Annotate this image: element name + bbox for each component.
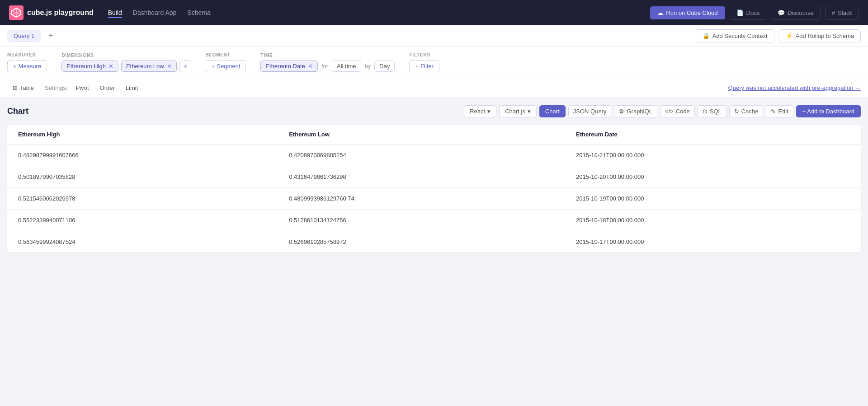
plus-icon: + xyxy=(212,63,215,70)
col-header-ethereum-high: Ethereum High xyxy=(7,125,278,145)
table-cell: 0.4809993986129760 74 xyxy=(278,188,565,210)
sql-button[interactable]: ⊙ SQL xyxy=(698,105,726,117)
settings-bar: ⊞ Table Settings: Pivot Order Limit Quer… xyxy=(0,78,868,98)
logo: cube.js playground xyxy=(9,5,94,20)
table-cell: 2015-10-19T00:00:00.000 xyxy=(565,188,861,210)
add-rollup-to-schema-button[interactable]: ⚡ Add Rollup to Schema xyxy=(779,29,861,42)
table-cell: 2015-10-21T00:00:00.000 xyxy=(565,145,861,166)
chartjs-label: Chart.js xyxy=(505,108,525,115)
dimensions-label: DIMENSIONS xyxy=(61,53,191,58)
tabs-left: Query 1 + xyxy=(7,30,57,42)
table-cell: 2015-10-20T00:00:00.000 xyxy=(565,166,861,188)
time-by-label: by xyxy=(365,63,371,70)
dimension-tag-ethereum-high[interactable]: Ethereum High ✕ xyxy=(61,61,118,72)
chartjs-button[interactable]: Chart.js ▾ xyxy=(499,105,537,117)
time-for-label: for xyxy=(321,63,328,70)
add-segment-button[interactable]: + Segment xyxy=(206,60,246,72)
tab-add-button[interactable]: + xyxy=(44,30,57,42)
bolt-icon: ⚡ xyxy=(786,33,793,39)
table-icon: ⊞ xyxy=(13,84,18,91)
navbar-actions: ☁ Run on Cube Cloud 📄 Docs 💬 Discourse #… xyxy=(650,6,859,20)
filters-label: FILTERS xyxy=(409,52,439,57)
data-table-container: Ethereum High Ethereum Low Ethereum Date… xyxy=(7,125,861,252)
table-cell: 0.5269610285758972 xyxy=(278,231,565,253)
table-cell: 0.5634599924087524 xyxy=(7,231,278,253)
gear-icon: ⚙ xyxy=(619,108,624,115)
table-cell: 0.4208970069885254 xyxy=(278,145,565,166)
time-label: TIME xyxy=(260,53,395,58)
dimensions-section: DIMENSIONS Ethereum High ✕ Ethereum Low … xyxy=(61,53,191,72)
time-dimension-remove-icon[interactable]: ✕ xyxy=(308,63,313,70)
cubejs-logo-icon xyxy=(9,5,24,20)
table-cell: 0.4316479861736298 xyxy=(278,166,565,188)
json-query-button[interactable]: JSON Query xyxy=(568,105,612,117)
table-view-button[interactable]: ⊞ Table xyxy=(7,82,39,93)
col-header-ethereum-date: Ethereum Date xyxy=(565,125,861,145)
table-row: 0.482987999916076660.4208970069885254201… xyxy=(7,145,861,166)
table-cell: 2015-10-18T00:00:00.000 xyxy=(565,210,861,231)
docs-button[interactable]: 📄 Docs xyxy=(730,6,767,20)
add-dimension-button[interactable]: + xyxy=(179,61,191,72)
dimensions-items: Ethereum High ✕ Ethereum Low ✕ + xyxy=(61,61,191,72)
plus-icon: + xyxy=(13,63,17,70)
settings-label: Settings: xyxy=(45,84,68,91)
dimension-tag-ethereum-low[interactable]: Ethereum Low ✕ xyxy=(121,61,177,72)
tabs-right: 🔒 Add Security Context ⚡ Add Rollup to S… xyxy=(696,29,861,42)
nav-dashboard-app[interactable]: Dashboard App xyxy=(133,7,177,18)
refresh-icon: ↻ xyxy=(734,108,739,115)
table-row: 0.55223399400711060.51286101341247562015… xyxy=(7,210,861,231)
nav-schema[interactable]: Schema xyxy=(187,7,210,18)
run-on-cube-cloud-button[interactable]: ☁ Run on Cube Cloud xyxy=(650,6,725,19)
plus-icon: + xyxy=(415,63,419,70)
slack-button[interactable]: # Slack xyxy=(825,6,859,20)
navbar: cube.js playground Build Dashboard App S… xyxy=(0,0,868,25)
dimension-label: Ethereum Low xyxy=(126,63,164,70)
table-header-row: Ethereum High Ethereum Low Ethereum Date xyxy=(7,125,861,145)
time-section: TIME Ethereum Date ✕ for All time by Day xyxy=(260,53,395,72)
dimension-remove-icon[interactable]: ✕ xyxy=(108,63,113,70)
table-row: 0.56345999240875240.52696102857589722015… xyxy=(7,231,861,253)
navbar-nav: Build Dashboard App Schema xyxy=(108,7,636,18)
code-button[interactable]: </> Code xyxy=(660,105,695,117)
table-cell: 0.5522339940071106 xyxy=(7,210,278,231)
edit-button[interactable]: ✎ Edit xyxy=(766,105,793,117)
table-cell: 0.5215460062026978 xyxy=(7,188,278,210)
pre-aggregation-link[interactable]: Query was not accelerated with pre-aggre… xyxy=(728,84,861,91)
tabs-bar: Query 1 + 🔒 Add Security Context ⚡ Add R… xyxy=(0,25,868,47)
tab-query-1[interactable]: Query 1 xyxy=(7,30,41,42)
discourse-icon: 💬 xyxy=(778,9,785,16)
nav-build[interactable]: Build xyxy=(108,7,122,18)
dimension-remove-icon[interactable]: ✕ xyxy=(167,63,172,70)
data-table: Ethereum High Ethereum Low Ethereum Date… xyxy=(7,125,861,252)
table-body: 0.482987999916076660.4208970069885254201… xyxy=(7,145,861,253)
add-to-dashboard-button[interactable]: + Add to Dashboard xyxy=(796,105,861,117)
add-security-context-button[interactable]: 🔒 Add Security Context xyxy=(696,29,774,42)
chart-area: Chart React ▾ Chart.js ▾ Chart JSON Quer… xyxy=(0,98,868,260)
chevron-down-icon: ▾ xyxy=(528,108,531,115)
add-measure-button[interactable]: + Measure xyxy=(7,60,47,72)
chart-tab-button[interactable]: Chart xyxy=(539,105,566,117)
query-builder: MEASURES + Measure DIMENSIONS Ethereum H… xyxy=(0,47,868,78)
time-granularity-button[interactable]: Day xyxy=(374,61,395,72)
add-filter-button[interactable]: + Filter xyxy=(409,60,439,72)
chart-controls: React ▾ Chart.js ▾ Chart JSON Query ⚙ Gr… xyxy=(464,105,861,117)
pivot-button[interactable]: Pivot xyxy=(71,82,94,93)
limit-button[interactable]: Limit xyxy=(121,82,142,93)
time-dimension-tag[interactable]: Ethereum Date ✕ xyxy=(260,61,317,72)
discourse-button[interactable]: 💬 Discourse xyxy=(771,6,821,20)
measures-items: + Measure xyxy=(7,60,47,72)
sql-icon: ⊙ xyxy=(703,108,708,115)
graphiql-button[interactable]: ⚙ GraphiQL xyxy=(614,105,657,117)
filters-section: FILTERS + Filter xyxy=(409,52,439,72)
edit-icon: ✎ xyxy=(771,108,776,115)
measures-section: MEASURES + Measure xyxy=(7,52,47,72)
segment-label: SEGMENT xyxy=(206,52,246,57)
time-row: Ethereum Date ✕ for All time by Day xyxy=(260,61,395,72)
order-button[interactable]: Order xyxy=(95,82,119,93)
react-button[interactable]: React ▾ xyxy=(464,105,496,117)
cache-button[interactable]: ↻ Cache xyxy=(729,105,764,117)
book-icon: 📄 xyxy=(736,9,744,16)
dimension-label: Ethereum High xyxy=(66,63,106,70)
time-period-button[interactable]: All time xyxy=(332,61,361,72)
table-cell: 0.48298799991607666 xyxy=(7,145,278,166)
